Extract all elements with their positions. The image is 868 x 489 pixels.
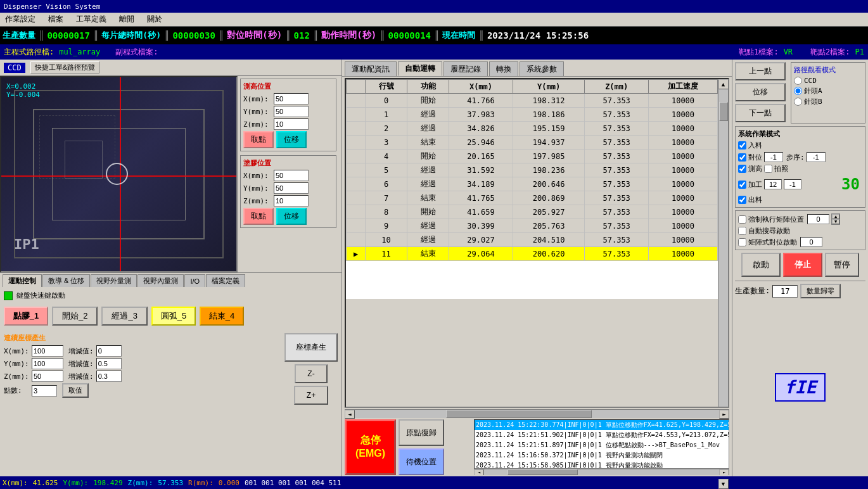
menu-about[interactable]: 關於 <box>144 13 165 25</box>
table-row[interactable]: 0開始41.766198.31257.35310000 <box>347 94 718 108</box>
table-row[interactable]: 5經過31.592198.23657.35310000 <box>347 163 718 177</box>
scroll-right-btn[interactable]: ► <box>719 410 729 419</box>
target1-label: 靶點1檔案: <box>739 47 778 58</box>
btn-next-point[interactable]: 下一點 <box>735 104 786 122</box>
check-force-matrix[interactable] <box>738 215 746 224</box>
tab-outer-measure[interactable]: 視野外量測 <box>91 274 137 287</box>
measure-x-input[interactable] <box>274 93 309 105</box>
table-row[interactable]: 2經過34.826195.15957.35310000 <box>347 122 718 136</box>
measure-pos-group: 測高位置 X(mm): Y(mm): Z(mm): 取點 <box>240 79 336 151</box>
table-scrollbar[interactable]: ▲ ▼ <box>718 79 728 407</box>
btn-start2[interactable]: 開始_2 <box>52 307 98 326</box>
spinner-down[interactable]: ▼ <box>832 219 839 224</box>
btn-reset-count[interactable]: 數量歸零 <box>800 284 841 298</box>
check-matrix-align[interactable] <box>738 238 746 246</box>
btn-prev-point[interactable]: 上一點 <box>735 62 786 80</box>
coord-z-inc-input[interactable] <box>96 371 122 382</box>
apply-y-input[interactable] <box>274 182 309 194</box>
btn-standby[interactable]: 待機位置 <box>399 448 444 475</box>
coord-x-inc-input[interactable] <box>96 345 122 357</box>
scroll-thumb[interactable] <box>719 102 728 121</box>
table-row[interactable]: 8開始41.659205.92757.35310000 <box>347 205 718 219</box>
tab-io[interactable]: I/O <box>184 274 205 287</box>
window-title: Dispenser Vision System <box>4 3 100 11</box>
check-material-in[interactable] <box>738 141 746 149</box>
menu-exit[interactable]: 離開 <box>117 13 137 25</box>
btn-pause[interactable]: 暫停 <box>825 253 859 277</box>
menu-settings[interactable]: 作業設定 <box>3 13 38 25</box>
check-photo[interactable] <box>764 165 772 173</box>
scroll-left-btn[interactable]: ◄ <box>345 410 355 419</box>
apply-pos-group: 塗膠位置 X(mm): Y(mm): Z(mm): 取點 <box>240 155 336 228</box>
measure-y-input[interactable] <box>274 106 309 117</box>
coord-count-input[interactable] <box>32 385 57 397</box>
table-row[interactable]: 6經過34.189200.64657.35310000 <box>347 177 718 191</box>
tab-history[interactable]: 履歷記錄 <box>444 61 488 76</box>
align-seq-input[interactable] <box>807 152 826 162</box>
btn-coord-gen[interactable]: 座標產生 <box>284 333 338 362</box>
table-row[interactable]: 10經過29.027204.51057.35310000 <box>347 233 718 247</box>
btn-z-plus[interactable]: Z+ <box>294 386 328 405</box>
coord-z-input[interactable] <box>32 371 63 382</box>
measure-move-btn[interactable]: 位移 <box>276 131 307 148</box>
menu-file[interactable]: 檔案 <box>46 13 66 25</box>
tab-convert[interactable]: 轉換 <box>489 61 518 76</box>
path-radio-head-b[interactable]: 針頭B <box>794 97 862 106</box>
table-row[interactable]: 4開始20.165197.98557.35310000 <box>347 149 718 163</box>
align-step-input[interactable] <box>764 152 783 162</box>
apply-take-btn[interactable]: 取點 <box>243 208 274 225</box>
log-h-scrollbar[interactable]: ◄ ► <box>474 469 729 475</box>
force-matrix-value[interactable] <box>807 214 829 224</box>
matrix-align-value[interactable] <box>800 237 822 247</box>
btn-start[interactable]: 啟動 <box>741 253 781 277</box>
scroll-up-btn[interactable]: ▲ <box>718 79 729 89</box>
spinner-up[interactable]: ▲ <box>832 214 839 219</box>
tab-sys-params[interactable]: 系統參數 <box>520 61 564 76</box>
check-process[interactable] <box>738 181 746 189</box>
apply-move-btn[interactable]: 位移 <box>276 208 307 225</box>
table-row[interactable]: 7結束41.765200.86957.35310000 <box>347 191 718 205</box>
data-table-container[interactable]: 行號 功能 X(mm) Y(mm) Z(mm) 加工速度 0開始41.76619… <box>346 79 718 407</box>
col-z: Z(mm) <box>585 80 649 94</box>
process-val2-input[interactable] <box>784 179 801 189</box>
tab-teach-move[interactable]: 教導 & 位移 <box>42 274 90 287</box>
btn-over3[interactable]: 經過_3 <box>101 307 147 326</box>
tab-file-def[interactable]: 檔案定義 <box>206 274 245 287</box>
h-scrollbar[interactable]: ◄ ► <box>345 409 729 418</box>
coord-x-input[interactable] <box>32 345 63 357</box>
menu-workorder[interactable]: 工單定義 <box>73 13 109 25</box>
btn-emg[interactable]: 急停(EMG) <box>345 419 396 475</box>
tab-inner-measure[interactable]: 視野內量測 <box>137 274 184 287</box>
btn-restore[interactable]: 原點復歸 <box>399 419 444 446</box>
tab-motion-info[interactable]: 運動配資訊 <box>345 61 397 76</box>
measure-take-btn[interactable]: 取點 <box>243 131 274 148</box>
table-row[interactable]: ▶11結束29.064200.62057.35310000 <box>347 247 718 261</box>
btn-glue1[interactable]: 點膠_1 <box>4 307 48 326</box>
path-radio-ccd[interactable]: CCD <box>794 77 862 85</box>
table-row[interactable]: 9經過30.399205.76357.35310000 <box>347 219 718 233</box>
apply-x-input[interactable] <box>274 170 309 181</box>
tab-auto-run[interactable]: 自動運轉 <box>398 61 442 76</box>
tab-motion-control[interactable]: 運動控制 <box>3 274 42 287</box>
btn-take-value[interactable]: 取值 <box>62 383 89 398</box>
title-bar: Dispenser Vision System <box>0 0 868 13</box>
coord-y-input[interactable] <box>32 358 63 369</box>
total-time-label: 每片總時間(秒) <box>101 30 161 41</box>
check-auto-search[interactable] <box>738 227 746 235</box>
coord-y-inc-input[interactable] <box>96 358 122 369</box>
check-measure-height[interactable] <box>738 165 746 173</box>
check-material-out[interactable] <box>738 196 746 204</box>
btn-z-minus[interactable]: Z- <box>295 364 327 383</box>
ccd-tab-btn[interactable]: 快捷工單&路徑預覽 <box>30 61 99 73</box>
btn-move-point[interactable]: 位移 <box>735 83 786 101</box>
path-radio-head-a[interactable]: 針頭A <box>794 86 862 96</box>
measure-z-input[interactable] <box>274 118 309 130</box>
btn-end4[interactable]: 結束_4 <box>200 307 244 326</box>
check-align[interactable] <box>738 153 746 162</box>
process-val1-input[interactable] <box>764 179 782 189</box>
btn-arc5[interactable]: 圓弧_5 <box>151 307 196 326</box>
btn-stop[interactable]: 停止 <box>783 253 822 277</box>
table-row[interactable]: 1經過37.983198.18657.35310000 <box>347 108 718 122</box>
apply-z-input[interactable] <box>274 195 309 206</box>
table-row[interactable]: 3結束25.946194.93757.35310000 <box>347 136 718 149</box>
